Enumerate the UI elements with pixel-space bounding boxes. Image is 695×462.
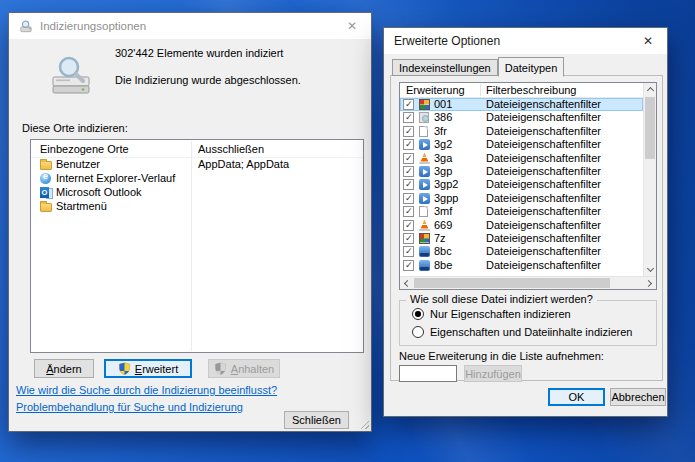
checkbox[interactable] (403, 166, 414, 177)
pause-button[interactable]: Anhalten (208, 359, 280, 378)
checkbox[interactable] (403, 179, 414, 190)
checkbox[interactable] (403, 126, 414, 137)
system-file-icon (419, 112, 429, 123)
checkbox[interactable] (403, 99, 414, 110)
scroll-down-icon[interactable] (644, 263, 657, 276)
column-header-filter[interactable]: Filterbeschreibung (486, 84, 577, 96)
list-item[interactable]: BenutzerAppData; AppData (31, 158, 363, 172)
extension-label: 3fr (434, 125, 447, 137)
uac-shield-icon (214, 362, 227, 375)
indexed-count-text: 302'442 Elemente wurden indiziert (115, 47, 283, 59)
radio-option[interactable]: Eigenschaften und Dateiinhalte indiziere… (412, 326, 632, 338)
extension-label: 3mf (434, 205, 452, 217)
file-type-row[interactable]: 8bcDateieigenschaftenfilter (400, 245, 643, 258)
folder-icon (40, 161, 52, 170)
tab-file-types[interactable]: Dateitypen (498, 57, 565, 77)
checkbox[interactable] (403, 139, 414, 150)
tab-strip: IndexeinstellungenDateitypen (392, 57, 564, 76)
horizontal-scrollbar[interactable] (400, 276, 656, 289)
checkbox[interactable] (403, 112, 414, 123)
checkbox[interactable] (403, 246, 414, 257)
extension-label: 3ga (434, 152, 452, 164)
file-type-row[interactable]: 386Dateieigenschaftenfilter (400, 111, 643, 124)
filter-description: Dateieigenschaftenfilter (486, 111, 601, 123)
scroll-right-icon[interactable] (643, 277, 656, 290)
vertical-scrollbar[interactable] (643, 83, 656, 276)
modify-button[interactable]: Ändern (34, 359, 94, 378)
indexing-status-icon (47, 55, 97, 101)
file-type-row[interactable]: 7zDateieigenschaftenfilter (400, 232, 643, 245)
radio-button[interactable] (412, 308, 424, 320)
list-item[interactable]: Microsoft Outlook (31, 186, 363, 200)
vertical-scroll-thumb[interactable] (645, 97, 655, 159)
radio-button[interactable] (412, 326, 424, 338)
list-item[interactable]: Startmenü (31, 200, 363, 214)
column-header-included[interactable]: Einbezogene Orte (40, 143, 129, 155)
file-type-row[interactable]: 001Dateieigenschaftenfilter (400, 98, 643, 111)
column-header-exclude[interactable]: Ausschließen (198, 143, 264, 155)
ok-button[interactable]: OK (548, 388, 605, 406)
filter-description: Dateieigenschaftenfilter (486, 205, 601, 217)
troubleshooting-link[interactable]: Problembehandlung für Suche und Indizier… (16, 401, 243, 413)
checkbox[interactable] (403, 220, 414, 231)
included-locations-rows: BenutzerAppData; AppDataInternet Explore… (31, 158, 363, 214)
add-extension-button[interactable]: Hinzufügen (464, 365, 522, 382)
scroll-left-icon[interactable] (400, 277, 413, 290)
file-types-list[interactable]: Erweiterung Filterbeschreibung 001Dateie… (399, 82, 657, 290)
photoshop-icon (419, 260, 430, 271)
file-type-row[interactable]: 3frDateieigenschaftenfilter (400, 125, 643, 138)
index-how-label: Wie soll diese Datei indiziert werden? (406, 293, 597, 305)
file-type-row[interactable]: 3gp2Dateieigenschaftenfilter (400, 178, 643, 191)
checkbox[interactable] (403, 193, 414, 204)
dialog-title: Indizierungsoptionen (40, 20, 146, 32)
title-bar: Indizierungsoptionen ✕ (9, 13, 371, 39)
file-type-row[interactable]: 3gpDateieigenschaftenfilter (400, 165, 643, 178)
extension-label: 3gp (434, 165, 452, 177)
checkbox[interactable] (403, 233, 414, 244)
file-type-row[interactable]: 3g2Dateieigenschaftenfilter (400, 138, 643, 151)
filter-description: Dateieigenschaftenfilter (486, 138, 601, 150)
filter-description: Dateieigenschaftenfilter (486, 219, 601, 231)
button-label: Ändern (46, 363, 81, 375)
included-locations-list[interactable]: Einbezogene Orte Ausschließen BenutzerAp… (30, 139, 364, 353)
vlc-icon (419, 153, 430, 164)
close-icon[interactable]: ✕ (343, 18, 361, 34)
file-type-row[interactable]: 669Dateieigenschaftenfilter (400, 219, 643, 232)
checkbox[interactable] (403, 153, 414, 164)
tab-index-settings[interactable]: Indexeinstellungen (392, 59, 498, 76)
extension-label: 8be (434, 259, 452, 271)
scroll-up-icon[interactable] (644, 83, 657, 96)
extension-label: 8bc (434, 245, 452, 257)
header-divider (480, 84, 481, 96)
location-label: Benutzer (56, 158, 100, 170)
new-extension-input[interactable] (399, 365, 457, 382)
close-button[interactable]: Schließen (284, 411, 349, 429)
file-icon (419, 126, 428, 137)
radio-label: Nur Eigenschaften indizieren (430, 308, 571, 320)
location-label: Microsoft Outlook (56, 186, 142, 198)
checkbox[interactable] (403, 260, 414, 271)
button-label: Anhalten (231, 363, 274, 375)
vlc-icon (419, 220, 430, 231)
media-file-icon (419, 139, 430, 150)
cancel-button[interactable]: Abbrechen (610, 388, 666, 406)
filter-description: Dateieigenschaftenfilter (486, 259, 601, 271)
file-type-row[interactable]: 3gppDateieigenschaftenfilter (400, 192, 643, 205)
file-type-row[interactable]: 8beDateieigenschaftenfilter (400, 259, 643, 272)
uac-shield-icon (118, 362, 131, 375)
file-type-row[interactable]: 3mfDateieigenschaftenfilter (400, 205, 643, 218)
horizontal-scroll-thumb[interactable] (414, 278, 610, 288)
list-item[interactable]: Internet Explorer-Verlauf (31, 172, 363, 186)
close-icon[interactable]: ✕ (639, 33, 657, 49)
dialog-buttons: ÄndernErweitertAnhalten (9, 359, 371, 379)
advanced-button[interactable]: Erweitert (104, 359, 192, 378)
checkbox[interactable] (403, 206, 414, 217)
column-header-extension[interactable]: Erweiterung (406, 84, 465, 96)
file-type-row[interactable]: 3gaDateieigenschaftenfilter (400, 152, 643, 165)
indexing-search-icon (19, 20, 33, 33)
extension-label: 7z (434, 232, 446, 244)
search-impact-link[interactable]: Wie wird die Suche durch die Indizierung… (16, 384, 277, 396)
extension-label: 001 (434, 98, 452, 110)
resize-grip[interactable] (359, 419, 369, 429)
radio-option[interactable]: Nur Eigenschaften indizieren (412, 308, 571, 320)
